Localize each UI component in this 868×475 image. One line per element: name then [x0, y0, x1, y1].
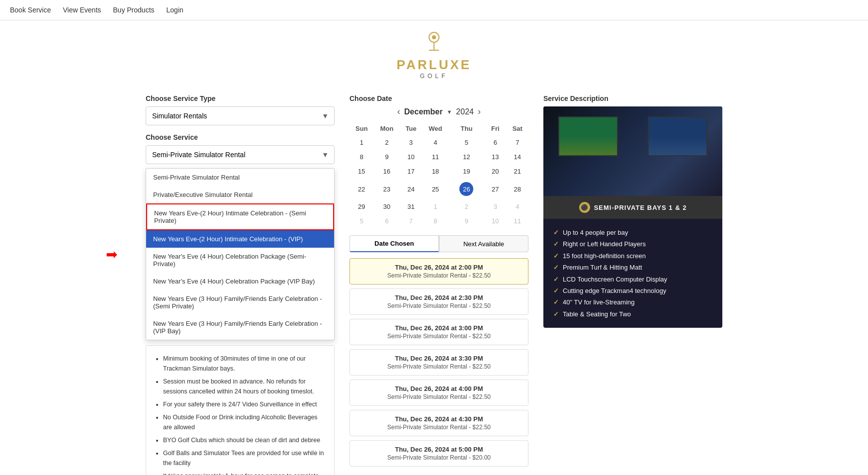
dropdown-item-2[interactable]: New Years Eve-(2 Hour) Intimate Celebrat…	[146, 203, 334, 230]
cal-cell[interactable]: 3	[400, 135, 422, 150]
feature-item-3: ✓ Premium Turf & Hitting Matt	[553, 262, 712, 273]
cal-cell[interactable]: 23	[374, 179, 400, 199]
cal-prev-button[interactable]: ‹	[397, 106, 400, 117]
date-chosen-button[interactable]: Date Chosen	[349, 235, 439, 252]
date-toggle: Date Chosen Next Available	[349, 235, 528, 252]
time-slot-2[interactable]: Thu, Dec 26, 2024 at 3:00 PM Semi-Privat…	[349, 319, 528, 345]
dropdown-item-0[interactable]: Semi-Private Simulator Rental	[146, 169, 334, 186]
cal-cell[interactable]: 26	[449, 179, 484, 199]
feature-item-0: ✓ Up to 4 people per bay	[553, 227, 712, 238]
cal-cell[interactable]: 22	[349, 179, 374, 199]
cal-cell[interactable]: 11	[422, 150, 449, 164]
cal-cell[interactable]: 20	[484, 164, 506, 179]
bullet-1: Session must be booked in advance. No re…	[163, 377, 326, 396]
time-slot-title-6: Thu, Dec 26, 2024 at 5:00 PM	[357, 446, 521, 453]
cal-cell[interactable]: 4	[422, 135, 449, 150]
choose-service-select-wrapper: Semi-Private Simulator Rental ▼	[146, 145, 335, 164]
cal-cell[interactable]: 14	[506, 150, 528, 164]
cal-cell[interactable]: 10	[400, 150, 422, 164]
nav-book-service[interactable]: Book Service	[10, 6, 51, 14]
cal-cell[interactable]: 3	[484, 199, 506, 214]
nav-login[interactable]: Login	[167, 6, 183, 14]
dropdown-item-5[interactable]: New Year's Eve (4 Hour) Celebration Pack…	[146, 273, 334, 290]
dropdown-container: ➡ Semi-Private Simulator Rental Private/…	[146, 168, 335, 340]
checkmark-icon-0: ✓	[553, 227, 559, 238]
feature-label-5: Cutting edge Trackman4 technology	[563, 285, 666, 296]
cal-cell[interactable]: 25	[422, 179, 449, 199]
cal-cell[interactable]: 6	[484, 135, 506, 150]
service-image-bg	[543, 106, 722, 196]
time-slot-4[interactable]: Thu, Dec 26, 2024 at 4:00 PM Semi-Privat…	[349, 380, 528, 406]
cal-cell[interactable]: 30	[374, 199, 400, 214]
choose-service-select[interactable]: Semi-Private Simulator Rental	[146, 145, 335, 164]
next-available-button[interactable]: Next Available	[439, 235, 528, 252]
cal-cell[interactable]: 13	[484, 150, 506, 164]
cal-cell[interactable]: 12	[449, 150, 484, 164]
svg-point-3	[432, 35, 436, 39]
cal-cell[interactable]: 9	[374, 150, 400, 164]
cal-cell[interactable]: 11	[506, 214, 528, 228]
cal-header-wed: Wed	[422, 122, 449, 135]
cal-cell[interactable]: 15	[349, 164, 374, 179]
time-slot-sub-2: Semi-Private Simulator Rental - $22.50	[357, 333, 521, 340]
cal-cell[interactable]: 1	[422, 199, 449, 214]
bullet-2: For your safety there is 24/7 Video Surv…	[163, 399, 326, 409]
cal-cell[interactable]: 9	[449, 214, 484, 228]
cal-cell[interactable]: 18	[422, 164, 449, 179]
nav-view-events[interactable]: View Events	[63, 6, 101, 14]
time-slots: Thu, Dec 26, 2024 at 2:00 PM Semi-Privat…	[349, 258, 528, 467]
cal-cell[interactable]: 2	[374, 135, 400, 150]
dropdown-item-1[interactable]: Private/Executive Simulator Rental	[146, 186, 334, 203]
cal-cell[interactable]: 7	[400, 214, 422, 228]
time-slot-3[interactable]: Thu, Dec 26, 2024 at 3:30 PM Semi-Privat…	[349, 349, 528, 376]
cal-cell[interactable]: 6	[374, 214, 400, 228]
dropdown-item-3[interactable]: New Years Eve-(2 Hour) Intimate Celebrat…	[146, 230, 334, 248]
time-slot-sub-5: Semi-Private Simulator Rental - $22.50	[357, 424, 521, 431]
cal-cell[interactable]: 5	[449, 135, 484, 150]
cal-cell[interactable]: 27	[484, 179, 506, 199]
checkmark-icon-2: ✓	[553, 250, 559, 262]
time-slot-6[interactable]: Thu, Dec 26, 2024 at 5:00 PM Semi-Privat…	[349, 440, 528, 467]
navbar: Book Service View Events Buy Products Lo…	[0, 0, 868, 20]
cal-cell[interactable]: 21	[506, 164, 528, 179]
time-slot-sub-6: Semi-Private Simulator Rental - $20.00	[357, 454, 521, 461]
time-slot-0[interactable]: Thu, Dec 26, 2024 at 2:00 PM Semi-Privat…	[349, 258, 528, 285]
time-slot-1[interactable]: Thu, Dec 26, 2024 at 2:30 PM Semi-Privat…	[349, 288, 528, 315]
cal-cell[interactable]: 24	[400, 179, 422, 199]
cal-cell[interactable]: 8	[422, 214, 449, 228]
cal-cell[interactable]: 7	[506, 135, 528, 150]
service-type-label: Choose Service Type	[146, 95, 335, 102]
cal-header-thu: Thu	[449, 122, 484, 135]
cal-next-button[interactable]: ›	[478, 106, 481, 117]
dropdown-item-7[interactable]: New Years Eve (3 Hour) Family/Friends Ea…	[146, 315, 334, 340]
golf-ball-icon: ⚫	[579, 202, 590, 213]
cal-cell[interactable]: 8	[349, 150, 374, 164]
dropdown-item-6[interactable]: New Years Eve (3 Hour) Family/Friends Ea…	[146, 290, 334, 315]
cal-header-mon: Mon	[374, 122, 400, 135]
cal-cell[interactable]: 19	[449, 164, 484, 179]
cal-cell[interactable]: 2	[449, 199, 484, 214]
cal-month-dropdown-icon[interactable]: ▼	[446, 109, 452, 115]
service-type-select-wrapper: Simulator Rentals ▼	[146, 106, 335, 125]
cal-cell[interactable]: 28	[506, 179, 528, 199]
cal-cell[interactable]: 16	[374, 164, 400, 179]
logo-area: PARLUXE GOLF	[0, 20, 868, 85]
dropdown-item-4[interactable]: New Year's Eve (4 Hour) Celebration Pack…	[146, 248, 334, 273]
cal-cell[interactable]: 10	[484, 214, 506, 228]
service-type-select[interactable]: Simulator Rentals	[146, 106, 335, 125]
feature-label-7: Table & Seating for Two	[563, 308, 631, 320]
cal-cell[interactable]: 17	[400, 164, 422, 179]
service-name-bar: ⚫ SEMI-PRIVATE BAYS 1 & 2	[543, 196, 722, 219]
bullet-3: No Outside Food or Drink including Alcoh…	[163, 412, 326, 432]
feature-item-1: ✓ Right or Left Handed Players	[553, 238, 712, 250]
cal-cell[interactable]: 5	[349, 214, 374, 228]
features-list: ✓ Up to 4 people per bay✓ Right or Left …	[543, 219, 722, 328]
cal-cell[interactable]: 1	[349, 135, 374, 150]
cal-cell[interactable]: 29	[349, 199, 374, 214]
nav-buy-products[interactable]: Buy Products	[113, 6, 154, 14]
cal-cell[interactable]: 4	[506, 199, 528, 214]
right-panel: Service Description ⚫ SEMI-PRIVATE BAYS …	[543, 95, 722, 475]
cal-cell[interactable]: 31	[400, 199, 422, 214]
choose-date-label: Choose Date	[349, 95, 528, 102]
time-slot-5[interactable]: Thu, Dec 26, 2024 at 4:30 PM Semi-Privat…	[349, 410, 528, 436]
